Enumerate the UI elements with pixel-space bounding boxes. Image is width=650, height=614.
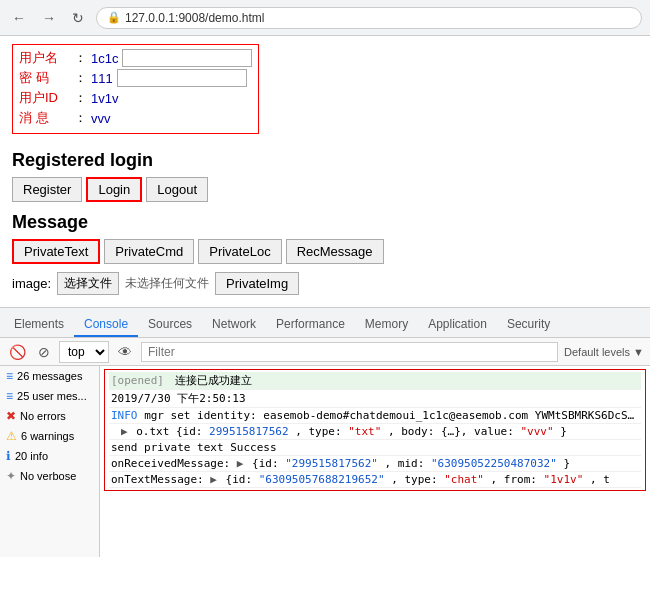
password-label: 密 码 — [19, 69, 74, 87]
console-output[interactable]: [opened] 连接已成功建立 2019/7/30 下午2:50:13 INF… — [100, 366, 650, 557]
devtools-tabs: Elements Console Sources Network Perform… — [0, 308, 650, 338]
username-label: 用户名 — [19, 49, 74, 67]
page-content: 用户名 ： 1c1c 密 码 ： 111 用户ID ： 1v1v 消 息 ： v… — [0, 36, 650, 307]
sidebar-errors[interactable]: ✖ No errors — [0, 406, 99, 426]
back-button[interactable]: ← — [8, 8, 30, 28]
url-text: 127.0.0.1:9008/demo.html — [125, 11, 264, 25]
devtools-body: ≡ 26 messages ≡ 25 user mes... ✖ No erro… — [0, 366, 650, 557]
reload-button[interactable]: ↻ — [68, 8, 88, 28]
logout-button[interactable]: Logout — [146, 177, 208, 202]
tab-elements[interactable]: Elements — [4, 313, 74, 337]
tab-memory[interactable]: Memory — [355, 313, 418, 337]
username-value: 1c1c — [91, 51, 118, 66]
message-title: Message — [12, 212, 638, 233]
console-line-info: INFO mgr set identity: easemob-demo#chat… — [109, 408, 641, 424]
tab-performance[interactable]: Performance — [266, 313, 355, 337]
form-row-message: 消 息 ： vvv — [19, 109, 252, 127]
console-line-opened: [opened] 连接已成功建立 — [109, 372, 641, 390]
message-value: vvv — [91, 111, 111, 126]
sidebar-info[interactable]: ℹ 20 info — [0, 446, 99, 466]
default-levels[interactable]: Default levels ▼ — [564, 346, 644, 358]
console-line-received: onReceivedMessage: ▶ {id: "299515817562"… — [109, 456, 641, 472]
errors-label: No errors — [20, 410, 66, 422]
rec-message-button[interactable]: RecMessage — [286, 239, 384, 264]
verbose-icon: ✦ — [6, 469, 16, 483]
filter-input[interactable] — [141, 342, 558, 362]
list-icon-2: ≡ — [6, 389, 13, 403]
tab-application[interactable]: Application — [418, 313, 497, 337]
warning-icon: ⚠ — [6, 429, 17, 443]
private-text-button[interactable]: PrivateText — [12, 239, 100, 264]
console-group-red-border: [opened] 连接已成功建立 2019/7/30 下午2:50:13 INF… — [104, 369, 646, 491]
form-row-userid: 用户ID ： 1v1v — [19, 89, 252, 107]
tab-sources[interactable]: Sources — [138, 313, 202, 337]
private-img-button[interactable]: PrivateImg — [215, 272, 299, 295]
file-info: 未选择任何文件 — [125, 275, 209, 292]
tab-security[interactable]: Security — [497, 313, 560, 337]
private-cmd-button[interactable]: PrivateCmd — [104, 239, 194, 264]
console-line-text-msg: onTextMessage: ▶ {id: "63095057688219652… — [109, 472, 641, 488]
context-selector[interactable]: top — [59, 341, 109, 363]
private-loc-button[interactable]: PrivateLoc — [198, 239, 281, 264]
browser-chrome: ← → ↻ 🔒 127.0.0.1:9008/demo.html — [0, 0, 650, 36]
list-icon: ≡ — [6, 369, 13, 383]
form-row-username: 用户名 ： 1c1c — [19, 49, 252, 67]
warnings-label: 6 warnings — [21, 430, 74, 442]
user-messages-label: 25 user mes... — [17, 390, 87, 402]
verbose-label: No verbose — [20, 470, 76, 482]
message-buttons: PrivateText PrivateCmd PrivateLoc RecMes… — [12, 239, 638, 264]
devtools-sidebar: ≡ 26 messages ≡ 25 user mes... ✖ No erro… — [0, 366, 100, 557]
eye-button[interactable]: 👁 — [115, 343, 135, 361]
devtools: Elements Console Sources Network Perform… — [0, 307, 650, 557]
password-input[interactable] — [117, 69, 247, 87]
address-bar[interactable]: 🔒 127.0.0.1:9008/demo.html — [96, 7, 642, 29]
clear-console-button[interactable]: 🚫 — [6, 343, 29, 361]
login-button[interactable]: Login — [86, 177, 142, 202]
choose-file-button[interactable]: 选择文件 — [57, 272, 119, 295]
userid-label: 用户ID — [19, 89, 74, 107]
error-icon: ✖ — [6, 409, 16, 423]
form-area: 用户名 ： 1c1c 密 码 ： 111 用户ID ： 1v1v 消 息 ： v… — [12, 44, 259, 134]
console-line-otxt: ▶ o.txt {id: 299515817562 , type: "txt" … — [109, 424, 641, 440]
sidebar-user-messages[interactable]: ≡ 25 user mes... — [0, 386, 99, 406]
sidebar-verbose[interactable]: ✦ No verbose — [0, 466, 99, 486]
sidebar-warnings[interactable]: ⚠ 6 warnings — [0, 426, 99, 446]
sidebar-all-messages[interactable]: ≡ 26 messages — [0, 366, 99, 386]
login-buttons: Register Login Logout — [12, 177, 638, 202]
all-messages-label: 26 messages — [17, 370, 82, 382]
console-line-success: send private text Success — [109, 440, 641, 456]
image-label: image: — [12, 276, 51, 291]
info-label: 20 info — [15, 450, 48, 462]
registered-login-title: Registered login — [12, 150, 638, 171]
lock-icon: 🔒 — [107, 11, 121, 24]
tab-console[interactable]: Console — [74, 313, 138, 337]
tab-network[interactable]: Network — [202, 313, 266, 337]
console-line-timestamp: 2019/7/30 下午2:50:13 — [109, 390, 641, 408]
image-row: image: 选择文件 未选择任何文件 PrivateImg — [12, 272, 638, 295]
username-input[interactable] — [122, 49, 252, 67]
form-row-password: 密 码 ： 111 — [19, 69, 252, 87]
message-label: 消 息 — [19, 109, 74, 127]
userid-value: 1v1v — [91, 91, 118, 106]
info-icon: ℹ — [6, 449, 11, 463]
devtools-toolbar: 🚫 ⊘ top 👁 Default levels ▼ — [0, 338, 650, 366]
register-button[interactable]: Register — [12, 177, 82, 202]
forward-button[interactable]: → — [38, 8, 60, 28]
filter-button[interactable]: ⊘ — [35, 343, 53, 361]
password-value: 111 — [91, 71, 113, 86]
